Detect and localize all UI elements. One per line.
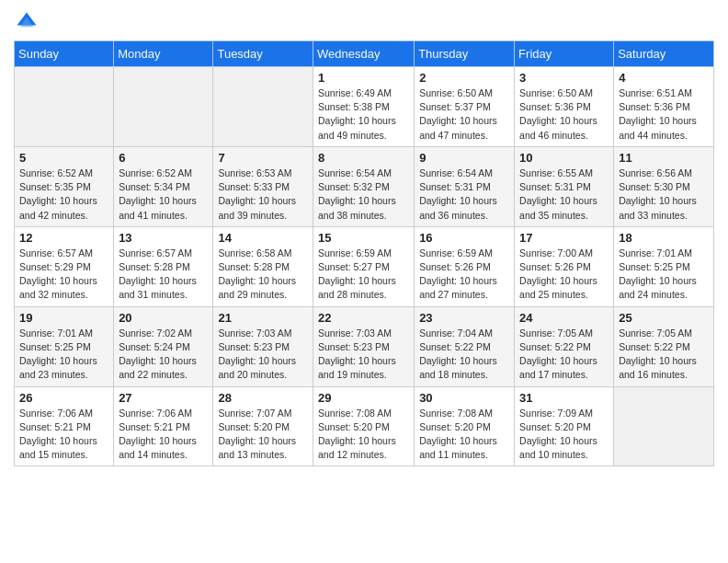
days-of-week-row: SundayMondayTuesdayWednesdayThursdayFrid…: [15, 41, 714, 67]
day-info: Sunrise: 6:57 AM Sunset: 5:29 PM Dayligh…: [19, 247, 108, 303]
day-of-week-sunday: Sunday: [15, 41, 114, 67]
calendar-cell: 7Sunrise: 6:53 AM Sunset: 5:33 PM Daylig…: [213, 146, 313, 226]
day-info: Sunrise: 7:03 AM Sunset: 5:23 PM Dayligh…: [218, 327, 308, 383]
day-info: Sunrise: 6:54 AM Sunset: 5:32 PM Dayligh…: [318, 167, 409, 223]
day-info: Sunrise: 7:08 AM Sunset: 5:20 PM Dayligh…: [318, 407, 409, 463]
day-number: 6: [119, 151, 208, 165]
day-info: Sunrise: 7:01 AM Sunset: 5:25 PM Dayligh…: [19, 327, 108, 383]
day-info: Sunrise: 7:00 AM Sunset: 5:26 PM Dayligh…: [519, 247, 609, 303]
week-row-2: 5Sunrise: 6:52 AM Sunset: 5:35 PM Daylig…: [15, 146, 714, 226]
day-info: Sunrise: 6:50 AM Sunset: 5:36 PM Dayligh…: [519, 86, 609, 143]
day-number: 28: [218, 391, 308, 405]
day-info: Sunrise: 7:05 AM Sunset: 5:22 PM Dayligh…: [519, 327, 609, 383]
calendar-cell: 4Sunrise: 6:51 AM Sunset: 5:36 PM Daylig…: [614, 67, 714, 147]
day-info: Sunrise: 7:06 AM Sunset: 5:21 PM Dayligh…: [119, 407, 208, 463]
calendar-cell: [15, 67, 114, 147]
calendar-cell: 14Sunrise: 6:58 AM Sunset: 5:28 PM Dayli…: [213, 226, 313, 306]
day-info: Sunrise: 6:59 AM Sunset: 5:27 PM Dayligh…: [318, 247, 409, 303]
calendar-cell: 25Sunrise: 7:05 AM Sunset: 5:22 PM Dayli…: [614, 306, 714, 386]
day-of-week-wednesday: Wednesday: [313, 41, 415, 67]
week-row-1: 1Sunrise: 6:49 AM Sunset: 5:38 PM Daylig…: [15, 67, 714, 147]
logo-icon: [14, 9, 40, 35]
calendar-cell: 6Sunrise: 6:52 AM Sunset: 5:34 PM Daylig…: [114, 146, 213, 226]
calendar-cell: 21Sunrise: 7:03 AM Sunset: 5:23 PM Dayli…: [213, 306, 313, 386]
calendar-cell: 18Sunrise: 7:01 AM Sunset: 5:25 PM Dayli…: [614, 226, 714, 306]
day-of-week-thursday: Thursday: [415, 41, 515, 67]
day-number: 1: [318, 71, 409, 85]
day-number: 8: [318, 151, 409, 165]
day-number: 26: [19, 391, 108, 405]
day-number: 25: [619, 311, 709, 325]
day-number: 20: [119, 311, 208, 325]
calendar-header: SundayMondayTuesdayWednesdayThursdayFrid…: [15, 41, 714, 67]
day-number: 23: [419, 311, 509, 325]
calendar-cell: 29Sunrise: 7:08 AM Sunset: 5:20 PM Dayli…: [313, 386, 415, 466]
calendar-cell: 26Sunrise: 7:06 AM Sunset: 5:21 PM Dayli…: [15, 386, 114, 466]
day-info: Sunrise: 7:02 AM Sunset: 5:24 PM Dayligh…: [119, 327, 208, 383]
day-number: 2: [419, 71, 509, 85]
day-number: 12: [19, 231, 108, 245]
day-number: 24: [519, 311, 609, 325]
day-info: Sunrise: 6:52 AM Sunset: 5:34 PM Dayligh…: [119, 167, 208, 223]
day-of-week-saturday: Saturday: [614, 41, 714, 67]
calendar-cell: 1Sunrise: 6:49 AM Sunset: 5:38 PM Daylig…: [313, 67, 415, 147]
day-number: 29: [318, 391, 409, 405]
day-number: 14: [218, 231, 308, 245]
day-of-week-tuesday: Tuesday: [213, 41, 313, 67]
day-info: Sunrise: 7:01 AM Sunset: 5:25 PM Dayligh…: [619, 247, 709, 303]
day-info: Sunrise: 7:03 AM Sunset: 5:23 PM Dayligh…: [318, 327, 409, 383]
day-number: 17: [519, 231, 609, 245]
calendar-cell: 11Sunrise: 6:56 AM Sunset: 5:30 PM Dayli…: [614, 146, 714, 226]
calendar-cell: 24Sunrise: 7:05 AM Sunset: 5:22 PM Dayli…: [515, 306, 614, 386]
calendar-cell: 8Sunrise: 6:54 AM Sunset: 5:32 PM Daylig…: [313, 146, 415, 226]
calendar-cell: 17Sunrise: 7:00 AM Sunset: 5:26 PM Dayli…: [515, 226, 614, 306]
calendar-cell: 19Sunrise: 7:01 AM Sunset: 5:25 PM Dayli…: [15, 306, 114, 386]
calendar-cell: [213, 67, 313, 147]
day-number: 19: [19, 311, 108, 325]
calendar-cell: 13Sunrise: 6:57 AM Sunset: 5:28 PM Dayli…: [114, 226, 213, 306]
day-info: Sunrise: 7:08 AM Sunset: 5:20 PM Dayligh…: [419, 407, 509, 463]
day-info: Sunrise: 6:49 AM Sunset: 5:38 PM Dayligh…: [318, 86, 409, 143]
calendar-cell: 9Sunrise: 6:54 AM Sunset: 5:31 PM Daylig…: [415, 146, 515, 226]
day-number: 4: [619, 71, 709, 85]
calendar-cell: 27Sunrise: 7:06 AM Sunset: 5:21 PM Dayli…: [114, 386, 213, 466]
day-number: 27: [119, 391, 208, 405]
day-info: Sunrise: 6:56 AM Sunset: 5:30 PM Dayligh…: [619, 167, 709, 223]
calendar-cell: 12Sunrise: 6:57 AM Sunset: 5:29 PM Dayli…: [15, 226, 114, 306]
day-number: 11: [619, 151, 709, 165]
day-info: Sunrise: 6:59 AM Sunset: 5:26 PM Dayligh…: [419, 247, 509, 303]
day-number: 5: [19, 151, 108, 165]
day-info: Sunrise: 6:54 AM Sunset: 5:31 PM Dayligh…: [419, 167, 509, 223]
calendar-cell: [114, 67, 213, 147]
day-of-week-friday: Friday: [515, 41, 614, 67]
week-row-5: 26Sunrise: 7:06 AM Sunset: 5:21 PM Dayli…: [15, 386, 714, 466]
day-info: Sunrise: 6:51 AM Sunset: 5:36 PM Dayligh…: [619, 86, 709, 143]
calendar-cell: 31Sunrise: 7:09 AM Sunset: 5:20 PM Dayli…: [515, 386, 614, 466]
day-number: 30: [419, 391, 509, 405]
day-number: 9: [419, 151, 509, 165]
day-number: 18: [619, 231, 709, 245]
day-number: 22: [318, 311, 409, 325]
week-row-4: 19Sunrise: 7:01 AM Sunset: 5:25 PM Dayli…: [15, 306, 714, 386]
calendar-cell: 2Sunrise: 6:50 AM Sunset: 5:37 PM Daylig…: [415, 67, 515, 147]
day-number: 21: [218, 311, 308, 325]
day-info: Sunrise: 7:09 AM Sunset: 5:20 PM Dayligh…: [519, 407, 609, 463]
day-info: Sunrise: 6:52 AM Sunset: 5:35 PM Dayligh…: [19, 167, 108, 223]
calendar-cell: 22Sunrise: 7:03 AM Sunset: 5:23 PM Dayli…: [313, 306, 415, 386]
day-number: 3: [519, 71, 609, 85]
day-number: 7: [218, 151, 308, 165]
day-info: Sunrise: 6:57 AM Sunset: 5:28 PM Dayligh…: [119, 247, 208, 303]
calendar-cell: 30Sunrise: 7:08 AM Sunset: 5:20 PM Dayli…: [415, 386, 515, 466]
day-info: Sunrise: 6:55 AM Sunset: 5:31 PM Dayligh…: [519, 167, 609, 223]
calendar-cell: 10Sunrise: 6:55 AM Sunset: 5:31 PM Dayli…: [515, 146, 614, 226]
day-number: 15: [318, 231, 409, 245]
day-info: Sunrise: 6:58 AM Sunset: 5:28 PM Dayligh…: [218, 247, 308, 303]
day-number: 31: [519, 391, 609, 405]
day-info: Sunrise: 7:04 AM Sunset: 5:22 PM Dayligh…: [419, 327, 509, 383]
day-number: 13: [119, 231, 208, 245]
day-info: Sunrise: 7:07 AM Sunset: 5:20 PM Dayligh…: [218, 407, 308, 463]
header: [14, 9, 714, 35]
day-number: 16: [419, 231, 509, 245]
calendar-cell: 16Sunrise: 6:59 AM Sunset: 5:26 PM Dayli…: [415, 226, 515, 306]
day-of-week-monday: Monday: [114, 41, 213, 67]
